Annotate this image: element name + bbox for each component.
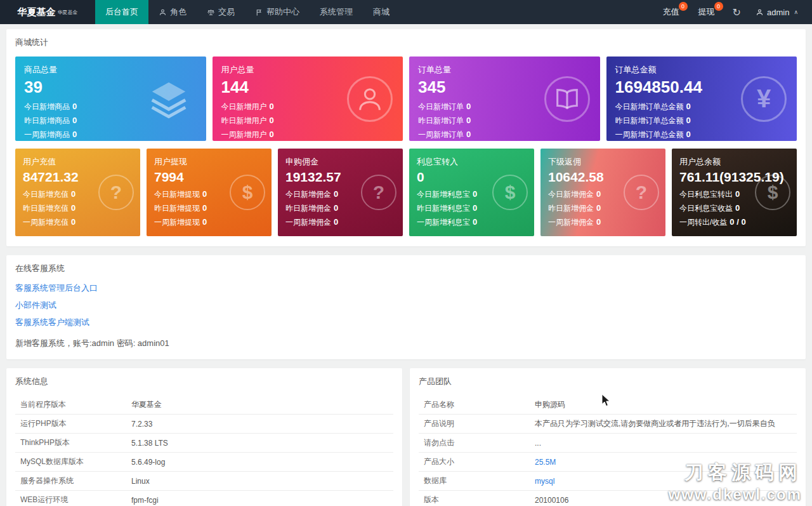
recharge-link[interactable]: 充值 0 [653,0,689,24]
withdraw-badge: 0 [714,2,723,11]
mall-stats-title: 商城统计 [15,37,797,48]
stat-line: 今日新增订单0 [418,102,591,112]
stat-line-value: 0 [466,116,471,125]
table-row-label: ThinkPHP版本 [20,437,131,448]
stat-line-label: 昨日新增充值 [23,204,69,213]
user-menu[interactable]: admin ∧ [749,0,804,24]
table-row-label: 产品大小 [424,456,535,467]
stat-card-user-withdraw[interactable]: 用户提现7994今日新增提现0昨日新增提现0一周新增提现0$ [147,149,272,236]
stat-card-orders-total[interactable]: 订单总量345今日新增订单0昨日新增订单0一周新增订单0 [409,57,600,141]
stat-card-title: 商品总量 [24,64,197,76]
stat-card-goods-total[interactable]: 商品总量39今日新增商品0昨日新增商品0一周新增商品0 [15,57,206,141]
service-link-0[interactable]: 客服系统管理后台入口 [15,283,98,294]
user-avatar-icon [756,8,764,17]
stat-card-value: 761.11(91325.19) [679,170,789,185]
stat-line-value: 0 [596,217,601,227]
stat-card-title: 用户总余额 [679,156,789,168]
stat-card-value: 7994 [154,170,264,185]
refresh-button[interactable]: ↻ [724,0,749,24]
stat-line-label: 一周新增充值 [23,218,69,227]
stat-line: 今日新增订单总金额0 [615,102,789,112]
stat-line-label: 昨日新增佣金 [285,204,331,213]
stat-card-value: 10642.58 [548,170,658,185]
stat-line-value: 0 [270,116,274,125]
stat-line: 一周新增充值0 [23,217,133,228]
stat-card-title: 订单总金额 [615,64,789,76]
service-link-1[interactable]: 小部件测试 [15,300,56,311]
stat-card-orders-amount[interactable]: 订单总金额1694850.44今日新增订单总金额0昨日新增订单总金额0一周新增订… [606,57,797,141]
table-row: 当前程序版本华夏基金 [15,396,393,415]
withdraw-link[interactable]: 提现 0 [689,0,724,24]
main-content: 商城统计 商品总量39今日新增商品0昨日新增商品0一周新增商品0用户总量144今… [0,24,812,506]
table-row: 运行PHP版本7.2.33 [15,415,393,434]
table-row: 产品名称申购源码 [419,396,797,415]
stat-line-label: 昨日新增订单 [418,116,464,125]
nav-item-label: 系统管理 [320,6,353,18]
stat-line: 昨日新增佣金0 [548,203,658,214]
stat-card-interest-in[interactable]: 利息宝转入0今日新增利息宝0昨日新增利息宝0一周新增利息宝0$ [409,149,534,236]
system-info-title: 系统信息 [15,376,393,387]
stat-line-value: 0 [334,189,338,199]
stat-line: 一周新增商品0 [24,130,197,140]
stat-card-value: 39 [24,77,197,97]
stat-line: 一周新增佣金0 [285,217,395,228]
stat-line-label: 昨日新增佣金 [548,204,594,213]
stat-card-title: 用户提现 [154,156,264,168]
stat-line-label: 一周新增佣金 [548,218,594,227]
stat-line-value: 0 [466,102,471,111]
stat-card-value: 345 [418,77,591,97]
stat-line-value: 0 [71,217,75,227]
stat-line: 今日新增利息宝0 [417,189,527,200]
table-row-value: 华夏基金 [131,399,388,410]
stat-line: 今日新增充值0 [23,189,133,200]
stat-line-value: 0 [202,203,207,213]
stat-line: 今日新增提现0 [154,189,264,200]
stat-line-label: 一周新增订单 [418,130,464,139]
service-link-2[interactable]: 客服系统客户端测试 [15,317,89,328]
stat-line-label: 昨日新增订单总金额 [615,116,684,125]
stat-line-value: 0 [71,189,75,199]
brand-logo[interactable]: 华夏基金 华夏基金 [0,0,95,24]
table-row-value: 本产品只为学习测试交流,请勿要做商业或者用于违法行为,一切后果自负 [535,418,792,429]
nav-item-trade[interactable]: 交易 [197,0,245,24]
table-row-label: 运行PHP版本 [20,418,131,429]
stat-card-user-balance[interactable]: 用户总余额761.11(91325.19)今日利息宝转出0今日利息宝收益0一周转… [672,149,797,236]
recharge-badge: 0 [679,2,688,11]
scale-icon [207,8,215,17]
table-row-label: 请勿点击 [424,437,535,448]
nav-item-home[interactable]: 后台首页 [95,0,148,24]
nav-item-help[interactable]: 帮助中心 [245,0,310,24]
stat-line-label: 今日新增订单 [418,102,464,111]
nav-item-mall[interactable]: 商城 [363,0,400,24]
stat-line-label: 一周新增提现 [154,218,200,227]
stat-line: 一周转出/收益0 / 0 [679,217,789,228]
watermark-line2: www.dkewl.com [669,486,802,503]
stats-row-2: 用户充值84721.32今日新增充值0昨日新增充值0一周新增充值0?用户提现79… [15,149,797,236]
stat-line-value: 0 [596,189,601,199]
table-row: ThinkPHP版本5.1.38 LTS [15,434,393,453]
service-title: 在线客服系统 [15,263,797,274]
stat-card-users-total[interactable]: 用户总量144今日新增用户0昨日新增用户0一周新增用户0 [213,57,403,141]
stat-line: 今日利息宝转出0 [679,189,789,200]
stat-line-value: 0 [473,189,477,199]
nav-item-roles[interactable]: 角色 [148,0,197,24]
stat-card-user-recharge[interactable]: 用户充值84721.32今日新增充值0昨日新增充值0一周新增充值0? [15,149,140,236]
stat-card-purchase-commission[interactable]: 申购佣金19132.57今日新增佣金0昨日新增佣金0一周新增佣金0? [278,149,403,236]
stat-line: 一周新增提现0 [154,217,264,228]
recharge-label: 充值 [663,6,679,18]
nav-item-system[interactable]: 系统管理 [310,0,363,24]
stat-line-value: 0 [596,203,601,213]
table-row: 请勿点击... [419,434,797,453]
stat-line-label: 今日新增利息宝 [417,190,470,199]
nav-item-label: 帮助中心 [266,6,299,18]
mall-stats-panel: 商城统计 商品总量39今日新增商品0昨日新增商品0一周新增商品0用户总量144今… [6,29,806,246]
stat-line-label: 今日新增充值 [23,190,69,199]
product-team-title: 产品团队 [419,376,797,387]
nav-item-label: 后台首页 [105,6,138,18]
stat-line-value: 0 [72,116,77,125]
table-row-value: 5.1.38 LTS [131,439,388,448]
stat-card-sub-rebate[interactable]: 下级返佣10642.58今日新增佣金0昨日新增佣金0一周新增佣金0? [540,149,665,236]
system-info-table: 当前程序版本华夏基金运行PHP版本7.2.33ThinkPHP版本5.1.38 … [15,396,393,506]
stat-line: 昨日新增订单总金额0 [615,116,789,126]
stat-line: 今日新增商品0 [24,102,197,112]
